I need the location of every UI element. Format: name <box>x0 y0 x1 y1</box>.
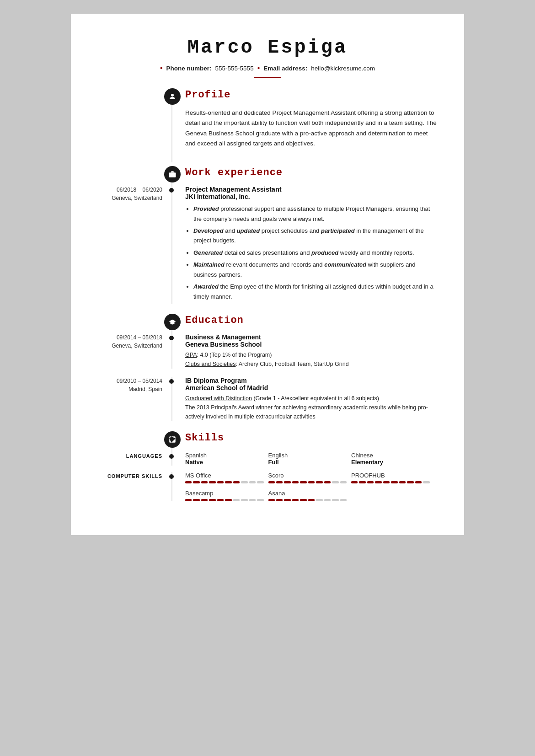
languages-row: LANGUAGES Spanish Native English Full Ch… <box>98 452 437 466</box>
work-content-col: Work experience <box>172 167 437 186</box>
edu-icon <box>164 314 181 330</box>
dates-column <box>98 89 171 162</box>
bullet-dot-2: • <box>257 64 260 72</box>
content-column: Profile Results-oriented and dedicated P… <box>172 89 437 162</box>
svg-point-0 <box>171 94 174 97</box>
work-dates-col <box>98 167 171 186</box>
edu-1-gpa-label: GPA <box>185 352 197 358</box>
lang-chinese-level: Elementary <box>351 459 430 466</box>
phone-label: Phone number: <box>166 65 212 72</box>
work-bullets: Provided professional support and assist… <box>185 204 437 301</box>
work-icon <box>164 166 181 182</box>
email-value: hello@kickresume.com <box>311 65 375 72</box>
skill-basecamp: Basecamp <box>185 490 268 501</box>
work-date-range: 06/2018 – 06/2020 <box>98 186 162 194</box>
profile-section: Profile Results-oriented and dedicated P… <box>185 89 437 149</box>
work-bullet-4: Maintained relevant documents and record… <box>193 260 437 279</box>
skill-basecamp-name: Basecamp <box>185 490 264 497</box>
work-bullet-3: Generated detailed sales presentations a… <box>193 248 437 257</box>
svg-rect-1 <box>169 172 176 177</box>
languages-line <box>171 452 172 466</box>
bullet-dot-1: • <box>160 64 163 72</box>
work-entry-1: 06/2018 – 06/2020 Geneva, Switzerland Pr… <box>98 186 437 304</box>
computer-skills-content: MS Office Scoro <box>172 472 437 501</box>
edu-entry-2: 09/2010 – 05/2014 Madrid, Spain IB Diplo… <box>98 377 437 421</box>
computer-skills-dot <box>169 474 174 479</box>
work-section-header: Work experience <box>185 167 437 178</box>
skill-asana-bar <box>268 499 347 501</box>
edu-header-content: Education <box>172 315 437 333</box>
lang-chinese: Chinese Elementary <box>351 452 434 466</box>
edu-2-degree: IB Diploma Program <box>185 377 437 384</box>
lang-spanish: Spanish Native <box>185 452 268 466</box>
edu-1-clubs-label: Clubs and Societies <box>185 361 235 367</box>
edu-2-school: American School of Madrid <box>185 384 437 391</box>
resume-document: Marco Espiga • Phone number: 555-555-555… <box>71 14 464 535</box>
edu-2-content: IB Diploma Program American School of Ma… <box>172 377 437 421</box>
profile-text: Results-oriented and dedicated Project M… <box>185 108 437 149</box>
edu-1-line <box>171 333 172 369</box>
edu-2-location: Madrid, Spain <box>98 385 162 393</box>
work-entry-line <box>171 186 172 304</box>
computer-skills-line <box>171 472 172 501</box>
edu-1-content: Business & Management Geneva Business Sc… <box>172 333 437 369</box>
work-company: JKI International, Inc. <box>185 193 437 200</box>
header-divider <box>254 77 281 78</box>
skill-proofhub: PROOFHUB <box>351 472 434 483</box>
work-title: Work experience <box>185 167 283 178</box>
edu-2-date-range: 09/2010 – 05/2014 <box>98 377 162 385</box>
edu-2-line <box>171 377 172 421</box>
lang-spanish-name: Spanish <box>185 452 264 459</box>
edu-section-header: Education <box>185 315 437 326</box>
work-entry-date: 06/2018 – 06/2020 Geneva, Switzerland <box>98 186 171 304</box>
work-entry-content: Project Management Assistant JKI Interna… <box>172 186 437 304</box>
skill-scoro-name: Scoro <box>268 472 347 479</box>
profile-icon <box>164 88 181 105</box>
main-content: Profile Results-oriented and dedicated P… <box>98 89 437 162</box>
work-dot <box>169 188 174 193</box>
lang-spanish-level: Native <box>185 459 264 466</box>
skill-proofhub-bar <box>351 481 430 483</box>
skill-msoffice-name: MS Office <box>185 472 264 479</box>
email-label: Email address: <box>263 65 307 72</box>
edu-2-dot <box>169 379 174 384</box>
edu-2-award-label: 2013 Principal's Award <box>197 404 254 411</box>
skill-scoro: Scoro <box>268 472 352 483</box>
skill-msoffice-bar <box>185 481 264 483</box>
edu-1-details: GPA: 4.0 (Top 1% of the Program) Clubs a… <box>185 350 437 369</box>
skill-asana: Asana <box>268 490 352 501</box>
edu-1-location: Geneva, Switzerland <box>98 342 162 350</box>
work-job-title: Project Management Assistant <box>185 186 437 193</box>
edu-1-degree: Business & Management <box>185 333 437 341</box>
lang-english-level: Full <box>268 459 347 466</box>
edu-2-details: Graduated with Distinction (Grade 1 - A/… <box>185 394 437 421</box>
lang-chinese-name: Chinese <box>351 452 430 459</box>
resume-header: Marco Espiga • Phone number: 555-555-555… <box>98 37 437 78</box>
edu-header-dates <box>98 315 171 333</box>
skill-asana-name: Asana <box>268 490 347 497</box>
lang-english-name: English <box>268 452 347 459</box>
work-bullet-2: Developed and updated project schedules … <box>193 226 437 246</box>
skill-scoro-bar <box>268 481 347 483</box>
languages-content: Spanish Native English Full Chinese Elem… <box>172 452 437 466</box>
candidate-name: Marco Espiga <box>98 37 437 59</box>
edu-1-date-range: 09/2014 – 05/2018 <box>98 333 162 342</box>
lang-english: English Full <box>268 452 352 466</box>
profile-title: Profile <box>185 89 230 101</box>
edu-2-distinction-label: Graduated with Distinction <box>185 395 252 402</box>
work-section-wrapper: Work experience <box>98 167 437 186</box>
skills-icon <box>164 431 181 448</box>
skill-basecamp-bar <box>185 499 264 501</box>
skills-title: Skills <box>185 432 224 444</box>
edu-title: Education <box>185 315 244 326</box>
languages-dot <box>169 454 174 459</box>
edu-entry-1: 09/2014 – 05/2018 Geneva, Switzerland Bu… <box>98 333 437 369</box>
skills-section-wrapper: Skills <box>98 432 437 452</box>
edu-1-school: Geneva Business School <box>185 341 437 348</box>
skills-section-header: Skills <box>185 432 437 444</box>
edu-2-date: 09/2010 – 05/2014 Madrid, Spain <box>98 377 171 421</box>
computer-skills-row: COMPUTER SKILLS MS Office <box>98 472 437 501</box>
contact-info: • Phone number: 555-555-5555 • Email add… <box>98 64 437 72</box>
skill-proofhub-name: PROOFHUB <box>351 472 430 479</box>
work-location: Geneva, Switzerland <box>98 194 162 202</box>
